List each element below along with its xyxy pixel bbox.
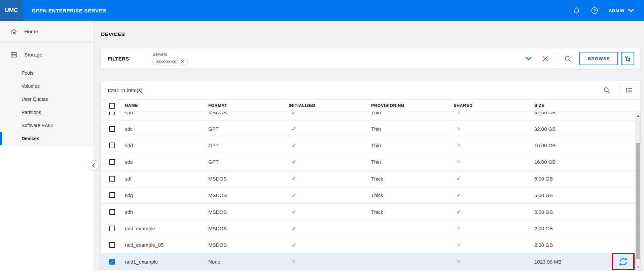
chevron-left-icon: [92, 163, 96, 168]
search-icon: [564, 55, 571, 62]
column-header-size[interactable]: SIZE: [534, 103, 640, 108]
table-row[interactable]: ✓ raid1_example None ✕ ✕ 1023.98 MB: [101, 254, 640, 270]
cell-name: sdb: [125, 112, 208, 115]
row-checkbox[interactable]: ✓: [109, 159, 115, 165]
cell-provisioning: Thin: [371, 126, 454, 132]
table-row[interactable]: ✓ raid_example MSDOS ✓ ✕ 2.00 GB: [101, 220, 640, 237]
filters-label: FILTERS: [108, 56, 129, 62]
umc-logo[interactable]: UMC: [0, 0, 23, 21]
cell-provisioning: Thin: [371, 143, 454, 148]
initialized-mark: ✓: [289, 208, 296, 215]
table-row[interactable]: ✓ sdf MSDOS ✓ Thick ✓ 5.00 GB: [101, 170, 640, 187]
chevron-down-icon: [525, 56, 532, 61]
servers-filter-field: Servers xxxx-xx-xx: [152, 52, 188, 65]
cell-provisioning: Thick: [371, 192, 454, 198]
chevron-down-icon: [628, 8, 634, 12]
shared-mark: ✕: [454, 242, 461, 248]
row-checkbox[interactable]: ✓: [109, 143, 115, 148]
devices-table-card: Total: 11 item(s): [101, 81, 640, 271]
tree-view-button[interactable]: [621, 52, 634, 65]
table-row[interactable]: ✓ sdc GPT ✓ Thin ✕ 32.00 GB: [101, 121, 640, 137]
scroll-down-button[interactable]: [636, 264, 640, 270]
shared-mark: ✕: [454, 259, 461, 265]
help-icon: ?: [591, 7, 599, 14]
sidebar-item-storage[interactable]: Storage: [0, 47, 94, 62]
browse-button[interactable]: BROWSE: [579, 52, 618, 65]
select-all-checkbox[interactable]: ✓: [109, 103, 115, 109]
home-icon: [10, 28, 17, 35]
cell-name: sdf: [125, 176, 208, 182]
chip-remove-button[interactable]: [181, 60, 184, 63]
initialized-mark: ✕: [289, 259, 296, 265]
refresh-icon: [619, 257, 628, 266]
cell-format: MSDOS: [208, 226, 289, 231]
scrollbar-thumb[interactable]: [636, 143, 640, 259]
table-header-row: ✓ NAME FORMAT INITIALIZED PROVISIONING S…: [101, 100, 640, 112]
filters-search-button[interactable]: [564, 55, 571, 62]
filters-expand-button[interactable]: [525, 56, 532, 61]
scroll-up-button[interactable]: [636, 113, 640, 118]
cell-format: MSDOS: [208, 192, 289, 198]
cell-provisioning: Thin: [371, 159, 454, 165]
table-search-button[interactable]: [603, 87, 610, 94]
column-header-initialized[interactable]: INITIALIZED: [289, 103, 371, 108]
row-checkbox[interactable]: ✓: [109, 176, 115, 182]
row-checkbox[interactable]: ✓: [109, 112, 115, 115]
triangle-up-icon: [637, 115, 640, 117]
sidebar-collapse-button[interactable]: [88, 160, 99, 170]
cell-size: 2.00 GB: [534, 242, 640, 248]
table-row[interactable]: ✓ sde GPT ✓ Thin ✕ 16.00 GB: [101, 154, 640, 170]
row-checkbox[interactable]: ✓: [109, 259, 115, 265]
row-checkbox[interactable]: ✓: [109, 126, 115, 132]
sidebar-item-home[interactable]: Home: [0, 21, 94, 43]
bell-icon: [573, 7, 580, 14]
total-count: Total: 11 item(s): [107, 87, 143, 93]
cell-name: sdg: [125, 192, 208, 198]
row-checkbox[interactable]: ✓: [109, 209, 115, 215]
filter-field-label: Servers: [152, 52, 188, 57]
filters-clear-button[interactable]: [542, 56, 548, 62]
column-header-name[interactable]: NAME: [125, 103, 208, 108]
refresh-device-button[interactable]: [612, 253, 635, 270]
cell-name: raid1_example: [125, 259, 208, 265]
cell-size: 5.00 GB: [534, 209, 640, 215]
table-body: ✓ sdb MSDOS ✓ Thin ✕ 32.00 GB: [101, 112, 640, 270]
sidebar-item-label: Home: [24, 29, 38, 35]
cell-provisioning: Thick: [371, 176, 454, 182]
sidebar-item-software-raid[interactable]: Software RAID: [0, 119, 94, 132]
table-row[interactable]: ✓ sdg MSDOS ✓ Thick ✓ 5.00 GB: [101, 187, 640, 204]
help-button[interactable]: ?: [590, 6, 599, 15]
table-scrollbar[interactable]: [635, 112, 640, 271]
cell-size: 5.00 GB: [534, 192, 640, 198]
table-row[interactable]: ✓ sdb MSDOS ✓ Thin ✕ 32.00 GB: [101, 112, 640, 121]
initialized-mark: ✓: [289, 192, 296, 199]
list-view-button[interactable]: [625, 87, 633, 93]
product-title: OPEN ENTERPRISE SERVER: [32, 8, 106, 13]
cell-provisioning: Thick: [371, 209, 454, 215]
table-row[interactable]: ✓ sdh MSDOS ✓ Thick ✓ 5.00 GB: [101, 204, 640, 220]
sidebar-item-devices[interactable]: Devices: [0, 132, 94, 145]
column-header-format[interactable]: FORMAT: [208, 103, 289, 108]
sidebar-item-pools[interactable]: Pools: [0, 66, 94, 79]
table-row[interactable]: ✓ raid_example_05 MSDOS ✓ ✕ 2.00 GB: [101, 237, 640, 254]
cell-size: 16.00 GB: [534, 143, 640, 148]
cell-format: None: [208, 259, 289, 265]
admin-menu[interactable]: ADMIN: [608, 8, 634, 13]
column-header-provisioning[interactable]: PROVISIONING: [371, 103, 454, 108]
notifications-button[interactable]: [572, 6, 581, 15]
row-checkbox[interactable]: ✓: [109, 192, 115, 198]
row-checkbox[interactable]: ✓: [109, 226, 115, 231]
sidebar-item-user-quotas[interactable]: User Quotas: [0, 92, 94, 106]
storage-icon: [10, 51, 17, 59]
sidebar-item-volumes[interactable]: Volumes: [0, 79, 94, 92]
cell-name: sdd: [125, 143, 208, 148]
sidebar-item-partitions[interactable]: Partitions: [0, 106, 94, 119]
row-checkbox[interactable]: ✓: [109, 242, 115, 248]
cell-format: MSDOS: [208, 242, 289, 248]
table-row[interactable]: ✓ sdd GPT ✓ Thin ✕ 16.00 GB: [101, 137, 640, 154]
shared-mark: ✓: [454, 192, 461, 199]
column-header-shared[interactable]: SHARED: [454, 103, 534, 108]
initialized-mark: ✓: [289, 159, 296, 165]
server-filter-chip: xxxx-xx-xx: [152, 58, 188, 65]
admin-label: ADMIN: [608, 8, 624, 13]
